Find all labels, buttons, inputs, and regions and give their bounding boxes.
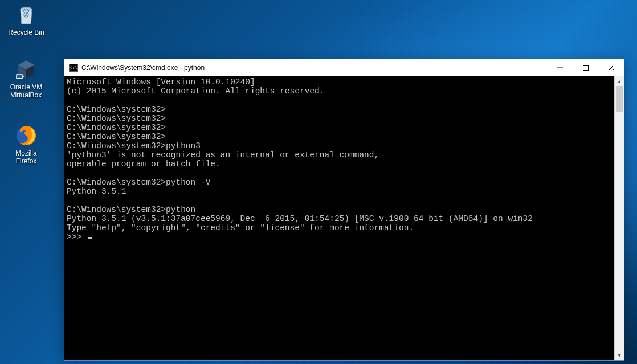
virtualbox-icon (14, 57, 39, 82)
chevron-down-icon: ▼ (617, 353, 622, 358)
desktop-icon-label: Mozilla Firefox (5, 149, 48, 166)
terminal-line (67, 96, 612, 105)
terminal-area: Microsoft Windows [Version 10.0.10240](c… (64, 76, 624, 360)
maximize-icon (583, 65, 589, 71)
terminal-line (67, 169, 612, 178)
scrollbar-thumb[interactable] (616, 86, 623, 112)
terminal-line: C:\Windows\system32> (67, 123, 612, 132)
desktop-icon-recycle-bin[interactable]: Recycle Bin (5, 2, 48, 36)
window-title: C:\Windows\System32\cmd.exe - python (81, 64, 547, 72)
terminal-line: Microsoft Windows [Version 10.0.10240] (67, 77, 612, 87)
titlebar[interactable]: C:\ C:\Windows\System32\cmd.exe - python (64, 59, 624, 76)
terminal-line: C:\Windows\system32> (67, 132, 612, 141)
terminal-line: C:\Windows\system32>python -V (67, 178, 612, 187)
terminal-line: C:\Windows\system32> (67, 105, 612, 114)
terminal-line: 'python3' is not recognized as an intern… (67, 150, 612, 159)
window-controls (547, 59, 624, 76)
chevron-up-icon: ▲ (617, 79, 622, 84)
desktop-icon-label: Oracle VM VirtualBox (5, 83, 48, 100)
minimize-button[interactable] (547, 59, 573, 76)
terminal-line: operable program or batch file. (67, 159, 612, 169)
terminal-line: (c) 2015 Microsoft Corporation. All righ… (67, 87, 612, 96)
close-button[interactable] (598, 59, 624, 76)
scrollbar[interactable]: ▲ ▼ (614, 76, 624, 360)
terminal-line: C:\Windows\system32>python3 (67, 141, 612, 150)
scrollbar-track[interactable] (615, 86, 624, 350)
terminal-line: Type "help", "copyright", "credits" or "… (67, 223, 612, 232)
terminal-line: C:\Windows\system32> (67, 114, 612, 123)
scroll-down-button[interactable]: ▼ (615, 350, 624, 360)
desktop-icon-label: Recycle Bin (8, 28, 44, 36)
desktop-icon-firefox[interactable]: Mozilla Firefox (5, 123, 48, 166)
firefox-icon (14, 123, 39, 148)
recycle-bin-icon (14, 2, 39, 27)
terminal-line: Python 3.5.1 (67, 187, 612, 196)
cmd-icon: C:\ (69, 64, 78, 72)
terminal-line: C:\Windows\system32>python (67, 205, 612, 214)
maximize-button[interactable] (573, 59, 598, 76)
minimize-icon (557, 65, 563, 71)
terminal-line (67, 196, 612, 205)
terminal-line: >>> (67, 232, 612, 242)
cmd-window: C:\ C:\Windows\System32\cmd.exe - python… (64, 59, 624, 361)
svg-rect-2 (17, 75, 22, 78)
cursor (88, 237, 92, 239)
svg-rect-5 (583, 65, 588, 70)
scroll-up-button[interactable]: ▲ (615, 76, 624, 86)
desktop-icon-virtualbox[interactable]: Oracle VM VirtualBox (5, 57, 48, 100)
svg-point-0 (21, 7, 32, 11)
terminal-line: Python 3.5.1 (v3.5.1:37a07cee5969, Dec 6… (67, 214, 612, 223)
close-icon (609, 65, 614, 71)
terminal-output[interactable]: Microsoft Windows [Version 10.0.10240](c… (64, 76, 614, 360)
